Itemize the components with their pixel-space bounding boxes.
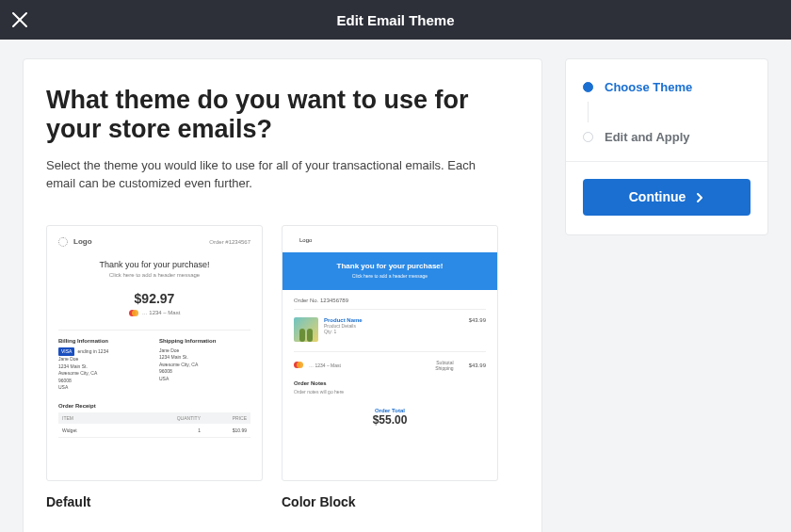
theme-preview-color-block: Logo Thank you for your purchase! Click … [282,225,498,481]
theme-name-color-block: Color Block [282,494,498,509]
mastercard-icon [294,362,303,368]
step-bullet-active-icon [583,82,593,92]
chevron-right-icon [695,190,704,205]
preview-thank-you: Thank you for your purchase! [58,260,250,269]
page-subtext: Select the theme you would like to use f… [46,157,498,193]
banner-title: Thank you for your purchase! [288,262,492,270]
theme-option-color-block[interactable]: Logo Thank you for your purchase! Click … [282,225,498,509]
step-connector-icon [588,102,589,122]
close-icon[interactable] [11,11,28,28]
mastercard-icon [129,310,138,316]
preview-card-last4: … 1234 – Mast [309,363,341,368]
billing-addr-5: USA [58,384,150,392]
order-receipt-heading: Order Receipt [58,403,250,409]
billing-addr-2: 1234 Main St. [58,363,150,371]
billing-addr-3: Awesome City, CA [58,370,150,378]
step-bullet-inactive-icon [583,132,593,142]
step-label: Edit and Apply [605,130,690,144]
shipping-label: Shipping [435,365,453,371]
preview-header-msg: Click here to add a header message [58,272,250,278]
modal-title: Edit Email Theme [0,12,791,28]
preview-order-number: Order #1234567 [209,239,250,245]
billing-heading: Billing Information [58,338,150,344]
col-price: PRICE [201,415,247,421]
banner-sub: Click here to add a header message [288,273,492,279]
ship-addr-5: USA [159,376,250,383]
sidebar-panel: Choose Theme Edit and Apply Continue [565,58,768,235]
continue-button[interactable]: Continue [583,179,751,216]
logo-label: Logo [299,237,312,243]
logo-placeholder-icon [58,237,68,247]
step-choose-theme[interactable]: Choose Theme [583,80,751,94]
visa-ending: ending in 1234 [77,348,108,354]
subtotal-value: $43.99 [469,363,486,368]
theme-preview-default: Logo Order #1234567 Thank you for your p… [46,225,263,481]
continue-label: Continue [629,189,686,204]
product-image-icon [294,317,318,342]
preview-banner: Thank you for your purchase! Click here … [282,252,497,290]
visa-icon: VISA [58,347,74,357]
main-panel: What theme do you want to use for your s… [23,58,542,532]
theme-name-default: Default [46,494,263,509]
row-qty: 1 [154,427,201,433]
ship-addr-4: 96008 [159,368,250,376]
theme-option-default[interactable]: Logo Order #1234567 Thank you for your p… [46,225,263,509]
row-item: Widget [62,427,154,433]
sidebar-divider [566,161,767,162]
order-total-value: $55.00 [294,413,486,427]
step-label: Choose Theme [605,80,692,94]
ship-addr-2: 1234 Main St. [159,354,250,362]
ship-addr-3: Awesome City, CA [159,362,250,369]
col-qty: QUANTITY [154,415,201,421]
ship-addr-1: Jane Doe [159,347,250,355]
shipping-heading: Shipping Information [159,338,250,344]
preview-card-last4: … 1234 – Mast [142,310,181,315]
subtotal-label: Subtotal [435,360,453,365]
modal-header: Edit Email Theme [0,0,791,40]
row-price: $10.99 [201,427,247,433]
page-heading: What theme do you want to use for your s… [46,86,519,144]
order-notes-text: Order notes will go here [294,389,486,395]
order-notes-heading: Order Notes [294,380,486,386]
billing-addr-1: Jane Doe [58,356,150,363]
product-qty: Qty: 1 [324,329,463,334]
col-item: ITEM [62,415,154,421]
product-price: $43.99 [469,317,486,323]
preview-order-number: Order No. 123456789 [294,298,486,310]
step-edit-apply[interactable]: Edit and Apply [583,130,751,144]
preview-total-price: $92.97 [58,291,250,306]
billing-addr-4: 96008 [58,378,150,385]
logo-label: Logo [73,237,92,246]
